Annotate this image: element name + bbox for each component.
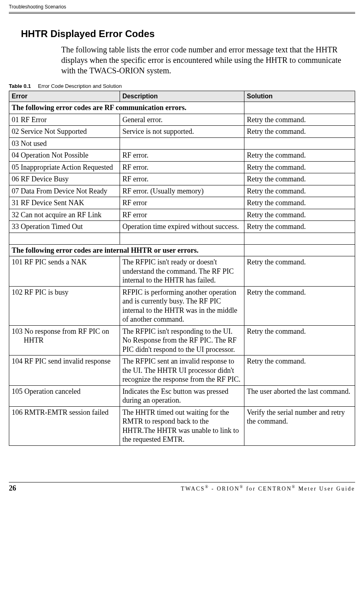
empty-cell — [244, 233, 355, 244]
cell-error: 102 RF PIC is busy — [9, 286, 120, 325]
cell-error: 103 No response from RF PIC on HHTR — [9, 325, 120, 356]
cell-error: 105 Operation canceled — [9, 385, 120, 406]
cell-error: 02 Service Not Supported — [9, 126, 120, 138]
cell-error: 01 RF Error — [9, 114, 120, 126]
empty-cell — [9, 233, 120, 244]
table-row: 02 Service Not Supported Service is not … — [9, 126, 355, 138]
cell-desc: RF error. — [120, 150, 244, 162]
table-row: 03 Not used — [9, 137, 355, 150]
cell-error: 32 Can not acquire an RF Link — [9, 209, 120, 221]
section-heading-rf: The following error codes are RF communi… — [9, 102, 244, 114]
cell-desc: RF error. — [120, 173, 244, 185]
cell-error: 31 RF Device Sent NAK — [9, 197, 120, 209]
table-row: 32 Can not acquire an RF Link RF error R… — [9, 209, 355, 221]
col-header-error: Error — [9, 91, 120, 102]
cell-sol: Retry the command. — [244, 173, 355, 185]
cell-error: 101 RF PIC sends a NAK — [9, 256, 120, 287]
table-row: 103 No response from RF PIC on HHTR The … — [9, 325, 355, 356]
table-row: 105 Operation canceled Indicates the Esc… — [9, 385, 355, 406]
cell-sol: Retry the command. — [244, 256, 355, 287]
cell-error: 33 Operation Timed Out — [9, 221, 120, 233]
table-number: Table 0.1 — [9, 83, 31, 89]
cell-sol: Retry the command. — [244, 161, 355, 173]
error-code-table: Error Description Solution The following… — [9, 91, 355, 446]
cell-desc: RF error — [120, 209, 244, 221]
running-header: Troubleshooting Scenarios — [9, 4, 355, 12]
cell-sol: Retry the command. — [244, 185, 355, 197]
cell-desc: Operation time expired without success. — [120, 221, 244, 233]
cell-desc: The HHTR timed out waiting for the RMTR … — [120, 406, 244, 445]
cell-sol: Retry the command. — [244, 126, 355, 138]
cell-error: 03 Not used — [9, 137, 120, 150]
empty-cell — [244, 102, 355, 114]
page-footer: 26 TWACS® - ORION® for CENTRON® Meter Us… — [9, 482, 355, 493]
cell-error: 04 Operation Not Possible — [9, 150, 120, 162]
cell-sol: Retry the command. — [244, 150, 355, 162]
cell-sol: Retry the command. — [244, 209, 355, 221]
cell-desc: The RFPIC isn't responding to the UI. No… — [120, 325, 244, 356]
col-header-description: Description — [120, 91, 244, 102]
cell-error: 07 Data From Device Not Ready — [9, 185, 120, 197]
table-row: 102 RF PIC is busy RFPIC is performing a… — [9, 286, 355, 325]
footer-title: TWACS® - ORION® for CENTRON® Meter User … — [181, 484, 355, 492]
page-number: 26 — [9, 484, 16, 493]
cell-desc: General error. — [120, 114, 244, 126]
cell-desc: Service is not supported. — [120, 126, 244, 138]
cell-sol: Verify the serial number and retry the c… — [244, 406, 355, 445]
cell-desc: Indicates the Esc button was pressed dur… — [120, 385, 244, 406]
section-intro: The following table lists the error code… — [61, 44, 355, 76]
col-header-solution: Solution — [244, 91, 355, 102]
cell-error: 104 RF PIC send invalid response — [9, 356, 120, 386]
table-row: 07 Data From Device Not Ready RF error. … — [9, 185, 355, 197]
cell-sol: Retry the command. — [244, 356, 355, 386]
table-caption-text: Error Code Description and Solution — [38, 83, 122, 89]
cell-desc: The RFPIC sent an invalid response to th… — [120, 356, 244, 386]
empty-cell — [244, 244, 355, 256]
section-title: HHTR Displayed Error Codes — [21, 28, 355, 40]
cell-sol: Retry the command. — [244, 286, 355, 325]
cell-error: 06 RF Device Busy — [9, 173, 120, 185]
table-row: 104 RF PIC send invalid response The RFP… — [9, 356, 355, 386]
table-row: 05 Inappropriate Action Requested RF err… — [9, 161, 355, 173]
cell-sol: Retry the command. — [244, 221, 355, 233]
empty-cell — [120, 233, 244, 244]
table-row: 01 RF Error General error. Retry the com… — [9, 114, 355, 126]
footer-rule — [9, 482, 355, 482]
table-row: 106 RMTR-EMTR session failed The HHTR ti… — [9, 406, 355, 445]
cell-desc: RF error. — [120, 161, 244, 173]
table-section-row: The following error codes are RF communi… — [9, 102, 355, 114]
cell-sol: Retry the command. — [244, 197, 355, 209]
cell-sol: Retry the command. — [244, 325, 355, 356]
table-row: 04 Operation Not Possible RF error. Retr… — [9, 150, 355, 162]
table-spacer-row — [9, 233, 355, 244]
cell-sol: Retry the command. — [244, 114, 355, 126]
table-section-row: The following error codes are internal H… — [9, 244, 355, 256]
table-row: 33 Operation Timed Out Operation time ex… — [9, 221, 355, 233]
header-rule — [9, 12, 355, 14]
cell-desc: The RFPIC isn't ready or doesn't underst… — [120, 256, 244, 287]
table-row: 06 RF Device Busy RF error. Retry the co… — [9, 173, 355, 185]
cell-desc: RF error. (Usually memory) — [120, 185, 244, 197]
cell-desc: RFPIC is performing another operation an… — [120, 286, 244, 325]
cell-error: 106 RMTR-EMTR session failed — [9, 406, 120, 445]
table-row: 31 RF Device Sent NAK RF error Retry the… — [9, 197, 355, 209]
table-row: 101 RF PIC sends a NAK The RFPIC isn't r… — [9, 256, 355, 287]
table-caption: Table 0.1 Error Code Description and Sol… — [9, 83, 355, 89]
cell-sol: The user aborted the last command. — [244, 385, 355, 406]
cell-desc — [120, 137, 244, 150]
cell-desc: RF error — [120, 197, 244, 209]
section-heading-internal: The following error codes are internal H… — [9, 244, 244, 256]
cell-error: 05 Inappropriate Action Requested — [9, 161, 120, 173]
cell-sol — [244, 137, 355, 150]
